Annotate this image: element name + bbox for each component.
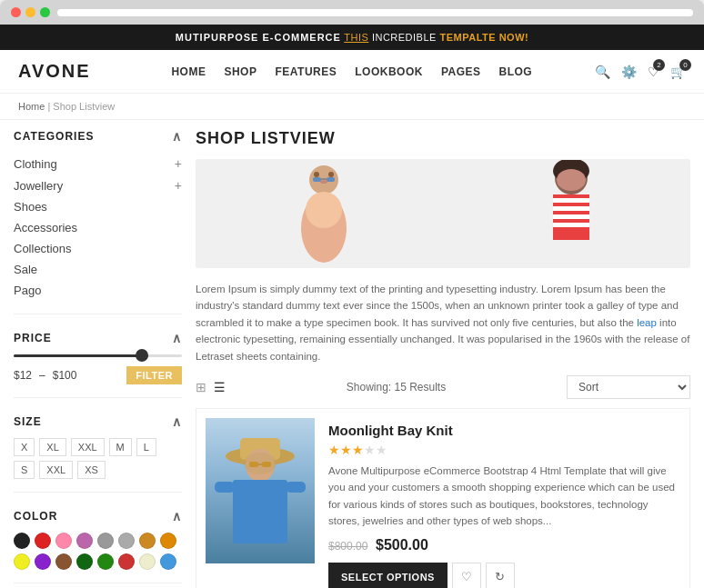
list-view-btn[interactable]: ☰ [214,380,226,394]
product-new-price-1: $500.00 [376,537,428,553]
star-1-5: ★ [376,443,387,457]
color-swatch-7[interactable] [160,533,176,549]
svg-rect-15 [553,214,589,219]
minimize-dot[interactable] [25,7,35,17]
product-old-price-1: $800.00 [328,540,367,553]
color-swatch-12[interactable] [97,553,114,570]
color-swatch-8[interactable] [14,553,30,570]
product-list: Moonlight Bay Knit ★★★★★ Avone Multipurp… [196,408,690,588]
price-min-label: $12 [14,369,32,382]
settings-icon[interactable]: ⚙️ [621,65,637,79]
color-toggle[interactable]: ∧ [172,509,182,523]
color-swatch-5[interactable] [118,533,135,549]
jowellery-expand[interactable]: + [175,178,182,193]
wishlist-btn-1[interactable]: ♡ [452,563,481,588]
svg-rect-23 [233,480,287,543]
size-xs[interactable]: XS [77,461,106,479]
results-count: Showing: 15 Results [233,381,559,394]
product-stars-1: ★★★★★ [328,443,680,457]
banner-link[interactable]: THIS [344,32,368,43]
size-s[interactable]: S [14,461,35,479]
clothing-expand[interactable]: + [175,156,182,171]
color-swatches [14,533,182,570]
color-section: COLOR ∧ [14,509,182,583]
product-item-1: Moonlight Bay Knit ★★★★★ Avone Multipurp… [196,408,690,588]
svg-rect-24 [215,482,235,493]
slider-track [14,354,182,357]
breadcrumb-home[interactable]: Home [18,101,45,112]
nav-home[interactable]: HOME [171,65,206,78]
breadcrumb: Home | Shop Listview [0,94,704,120]
color-swatch-6[interactable] [139,533,156,549]
color-swatch-4[interactable] [97,533,114,549]
category-clothing[interactable]: Clothing + [14,153,182,174]
site-header: AVONE HOME SHOP FEATURES LOOKBOOK PAGES … [0,50,704,94]
categories-toggle[interactable]: ∧ [172,129,182,144]
shop-banner [196,159,690,268]
nav-shop[interactable]: SHOP [224,65,256,78]
nav-pages[interactable]: PAGES [441,65,481,78]
svg-point-2 [306,192,342,228]
category-sale[interactable]: Sale [14,259,182,280]
star-1-4: ★ [364,443,376,457]
maximize-dot[interactable] [40,7,50,17]
color-swatch-15[interactable] [160,553,176,570]
filter-button[interactable]: FILTER [126,366,182,384]
color-swatch-3[interactable] [76,533,93,549]
color-swatch-0[interactable] [14,533,30,549]
svg-rect-6 [313,177,321,182]
svg-point-11 [557,169,586,191]
size-options: X XL XXL M L S XXL XS [14,438,182,479]
size-xl[interactable]: XL [39,438,65,456]
page-content: MUTIPURPOSE E-COMMERCE THIS INCREDIBLE T… [0,25,704,588]
banner-figure-1 [278,160,369,267]
window-controls [11,7,50,17]
shop-description: Lorem Ipsum is simply dummy text of the … [196,281,690,364]
nav-blog[interactable]: BLOG [499,65,533,78]
search-icon[interactable]: 🔍 [595,65,610,79]
slider-thumb[interactable] [136,349,148,362]
compare-btn-1[interactable]: ↻ [486,563,515,588]
size-l[interactable]: L [136,438,156,456]
color-swatch-14[interactable] [139,553,156,570]
svg-point-4 [328,172,334,177]
size-x[interactable]: X [14,438,35,456]
category-accessories[interactable]: Accessories [14,217,182,238]
shop-area: SHOP LISTVIEW [196,129,690,588]
category-jowellery[interactable]: Jowellery + [14,174,182,196]
price-toggle[interactable]: ∧ [172,331,182,345]
color-swatch-11[interactable] [76,553,93,570]
wishlist-icon[interactable]: ♡2 [648,65,659,79]
svg-rect-16 [553,223,589,227]
category-collections[interactable]: Collections [14,238,182,259]
browser-window: MUTIPURPOSE E-COMMERCE THIS INCREDIBLE T… [0,0,704,588]
size-m[interactable]: M [109,438,132,456]
svg-rect-7 [327,177,335,182]
price-max-label: $100 [53,369,77,382]
main-navigation: HOME SHOP FEATURES LOOKBOOK PAGES BLOG [109,65,595,78]
nav-features[interactable]: FEATURES [275,65,337,78]
shop-title: SHOP LISTVIEW [196,129,690,148]
color-swatch-9[interactable] [35,553,51,570]
svg-point-5 [320,180,327,184]
size-xxl[interactable]: XXL [71,438,105,456]
category-pago[interactable]: Pago [14,280,182,301]
color-swatch-10[interactable] [55,553,72,570]
cart-icon[interactable]: 🛒0 [670,65,686,79]
top-banner: MUTIPURPOSE E-COMMERCE THIS INCREDIBLE T… [0,25,704,50]
color-swatch-2[interactable] [55,533,72,549]
size-toggle[interactable]: ∧ [172,414,182,429]
color-swatch-13[interactable] [118,553,135,570]
size-xxl2[interactable]: XXL [39,461,73,479]
sort-select[interactable]: Sort Price: Low to High Price: High to L… [567,375,690,399]
nav-lookbook[interactable]: LOOKBOOK [355,65,423,78]
select-options-btn-1[interactable]: SELECT OPTIONS [328,563,448,588]
site-logo[interactable]: AVONE [18,61,91,82]
close-dot[interactable] [11,7,21,17]
url-bar[interactable] [57,9,693,16]
category-shoes[interactable]: Shoes [14,196,182,217]
description-link[interactable]: leap [637,317,657,328]
banner-prefix: MUTIPURPOSE E-COMMERCE [176,32,341,43]
grid-view-btn[interactable]: ⊞ [196,380,206,394]
color-swatch-1[interactable] [35,533,51,549]
